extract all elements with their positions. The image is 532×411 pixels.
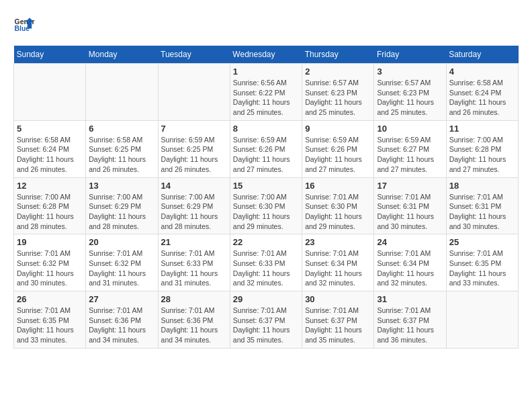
day-info: Sunrise: 7:01 AM Sunset: 6:35 PM Dayligh… bbox=[449, 248, 515, 288]
calendar-cell: 17Sunrise: 7:01 AM Sunset: 6:31 PM Dayli… bbox=[374, 177, 446, 234]
calendar-cell: 24Sunrise: 7:01 AM Sunset: 6:34 PM Dayli… bbox=[374, 234, 446, 291]
day-number: 28 bbox=[161, 294, 227, 304]
calendar-cell: 18Sunrise: 7:01 AM Sunset: 6:31 PM Dayli… bbox=[446, 177, 518, 234]
calendar-week-row: 26Sunrise: 7:01 AM Sunset: 6:35 PM Dayli… bbox=[14, 291, 519, 349]
logo: General Blue bbox=[13, 13, 35, 35]
calendar-week-row: 5Sunrise: 6:58 AM Sunset: 6:24 PM Daylig… bbox=[14, 120, 519, 177]
day-info: Sunrise: 7:01 AM Sunset: 6:37 PM Dayligh… bbox=[305, 306, 371, 345]
day-info: Sunrise: 7:00 AM Sunset: 6:28 PM Dayligh… bbox=[17, 192, 83, 232]
calendar-table: SundayMondayTuesdayWednesdayThursdayFrid… bbox=[13, 46, 519, 349]
day-number: 8 bbox=[233, 124, 299, 134]
calendar-cell: 20Sunrise: 7:01 AM Sunset: 6:32 PM Dayli… bbox=[86, 234, 158, 291]
page-header: General Blue bbox=[13, 13, 519, 35]
day-number: 10 bbox=[377, 124, 443, 134]
day-info: Sunrise: 6:59 AM Sunset: 6:27 PM Dayligh… bbox=[377, 135, 443, 175]
day-info: Sunrise: 7:00 AM Sunset: 6:28 PM Dayligh… bbox=[449, 135, 515, 175]
day-info: Sunrise: 6:59 AM Sunset: 6:26 PM Dayligh… bbox=[233, 135, 299, 175]
day-number: 24 bbox=[377, 237, 443, 247]
day-info: Sunrise: 7:01 AM Sunset: 6:31 PM Dayligh… bbox=[449, 192, 515, 232]
day-info: Sunrise: 6:56 AM Sunset: 6:22 PM Dayligh… bbox=[233, 78, 299, 118]
calendar-cell: 22Sunrise: 7:01 AM Sunset: 6:33 PM Dayli… bbox=[230, 234, 302, 291]
calendar-header-row: SundayMondayTuesdayWednesdayThursdayFrid… bbox=[14, 46, 519, 64]
day-number: 5 bbox=[17, 124, 83, 134]
day-info: Sunrise: 7:01 AM Sunset: 6:32 PM Dayligh… bbox=[17, 248, 83, 288]
day-number: 25 bbox=[449, 237, 515, 247]
calendar-cell: 12Sunrise: 7:00 AM Sunset: 6:28 PM Dayli… bbox=[14, 177, 86, 234]
calendar-cell: 9Sunrise: 6:59 AM Sunset: 6:26 PM Daylig… bbox=[302, 120, 374, 177]
calendar-cell: 6Sunrise: 6:58 AM Sunset: 6:25 PM Daylig… bbox=[86, 120, 158, 177]
day-info: Sunrise: 6:57 AM Sunset: 6:23 PM Dayligh… bbox=[377, 78, 443, 118]
day-info: Sunrise: 6:58 AM Sunset: 6:24 PM Dayligh… bbox=[449, 78, 515, 118]
calendar-header-cell: Wednesday bbox=[230, 46, 302, 64]
calendar-cell: 26Sunrise: 7:01 AM Sunset: 6:35 PM Dayli… bbox=[14, 291, 86, 349]
calendar-cell: 13Sunrise: 7:00 AM Sunset: 6:29 PM Dayli… bbox=[86, 177, 158, 234]
day-number: 7 bbox=[161, 124, 227, 134]
calendar-cell: 4Sunrise: 6:58 AM Sunset: 6:24 PM Daylig… bbox=[446, 64, 518, 121]
calendar-cell: 8Sunrise: 6:59 AM Sunset: 6:26 PM Daylig… bbox=[230, 120, 302, 177]
day-info: Sunrise: 7:01 AM Sunset: 6:36 PM Dayligh… bbox=[161, 306, 227, 345]
calendar-cell: 30Sunrise: 7:01 AM Sunset: 6:37 PM Dayli… bbox=[302, 291, 374, 349]
day-info: Sunrise: 7:01 AM Sunset: 6:31 PM Dayligh… bbox=[377, 192, 443, 232]
calendar-header-cell: Tuesday bbox=[158, 46, 230, 64]
day-number: 6 bbox=[89, 124, 154, 134]
day-number: 18 bbox=[449, 181, 515, 191]
calendar-header-cell: Thursday bbox=[302, 46, 374, 64]
day-info: Sunrise: 7:01 AM Sunset: 6:34 PM Dayligh… bbox=[305, 248, 371, 288]
calendar-cell: 28Sunrise: 7:01 AM Sunset: 6:36 PM Dayli… bbox=[158, 291, 230, 349]
day-number: 26 bbox=[17, 294, 83, 304]
day-info: Sunrise: 6:59 AM Sunset: 6:25 PM Dayligh… bbox=[161, 135, 227, 175]
calendar-cell: 27Sunrise: 7:01 AM Sunset: 6:36 PM Dayli… bbox=[86, 291, 158, 349]
day-number: 29 bbox=[233, 294, 299, 304]
calendar-cell: 15Sunrise: 7:00 AM Sunset: 6:30 PM Dayli… bbox=[230, 177, 302, 234]
day-number: 9 bbox=[305, 124, 371, 134]
calendar-cell: 21Sunrise: 7:01 AM Sunset: 6:33 PM Dayli… bbox=[158, 234, 230, 291]
calendar-cell: 31Sunrise: 7:01 AM Sunset: 6:37 PM Dayli… bbox=[374, 291, 446, 349]
day-info: Sunrise: 6:57 AM Sunset: 6:23 PM Dayligh… bbox=[305, 78, 371, 118]
calendar-cell: 19Sunrise: 7:01 AM Sunset: 6:32 PM Dayli… bbox=[14, 234, 86, 291]
day-number: 23 bbox=[305, 237, 371, 247]
day-info: Sunrise: 7:01 AM Sunset: 6:37 PM Dayligh… bbox=[377, 306, 443, 345]
calendar-cell: 16Sunrise: 7:01 AM Sunset: 6:30 PM Dayli… bbox=[302, 177, 374, 234]
calendar-header-cell: Friday bbox=[374, 46, 446, 64]
calendar-cell: 7Sunrise: 6:59 AM Sunset: 6:25 PM Daylig… bbox=[158, 120, 230, 177]
day-info: Sunrise: 7:00 AM Sunset: 6:30 PM Dayligh… bbox=[233, 192, 299, 232]
day-info: Sunrise: 7:01 AM Sunset: 6:33 PM Dayligh… bbox=[161, 248, 227, 288]
day-number: 2 bbox=[305, 66, 371, 77]
calendar-cell: 10Sunrise: 6:59 AM Sunset: 6:27 PM Dayli… bbox=[374, 120, 446, 177]
day-info: Sunrise: 7:00 AM Sunset: 6:29 PM Dayligh… bbox=[161, 192, 227, 232]
day-number: 15 bbox=[233, 181, 299, 191]
day-number: 14 bbox=[161, 181, 227, 191]
logo-icon: General Blue bbox=[13, 13, 35, 35]
day-info: Sunrise: 7:01 AM Sunset: 6:34 PM Dayligh… bbox=[377, 248, 443, 288]
day-info: Sunrise: 7:01 AM Sunset: 6:30 PM Dayligh… bbox=[305, 192, 371, 232]
day-info: Sunrise: 6:59 AM Sunset: 6:26 PM Dayligh… bbox=[305, 135, 371, 175]
calendar-cell: 1Sunrise: 6:56 AM Sunset: 6:22 PM Daylig… bbox=[230, 64, 302, 121]
calendar-cell: 29Sunrise: 7:01 AM Sunset: 6:37 PM Dayli… bbox=[230, 291, 302, 349]
day-number: 27 bbox=[89, 294, 154, 304]
day-info: Sunrise: 6:58 AM Sunset: 6:24 PM Dayligh… bbox=[17, 135, 83, 175]
calendar-week-row: 12Sunrise: 7:00 AM Sunset: 6:28 PM Dayli… bbox=[14, 177, 519, 234]
day-number: 17 bbox=[377, 181, 443, 191]
calendar-cell bbox=[86, 64, 158, 121]
day-number: 11 bbox=[449, 124, 515, 134]
day-info: Sunrise: 6:58 AM Sunset: 6:25 PM Dayligh… bbox=[89, 135, 154, 175]
calendar-cell: 5Sunrise: 6:58 AM Sunset: 6:24 PM Daylig… bbox=[14, 120, 86, 177]
calendar-cell: 14Sunrise: 7:00 AM Sunset: 6:29 PM Dayli… bbox=[158, 177, 230, 234]
calendar-header-cell: Sunday bbox=[14, 46, 86, 64]
day-number: 16 bbox=[305, 181, 371, 191]
calendar-cell: 25Sunrise: 7:01 AM Sunset: 6:35 PM Dayli… bbox=[446, 234, 518, 291]
calendar-cell: 2Sunrise: 6:57 AM Sunset: 6:23 PM Daylig… bbox=[302, 64, 374, 121]
day-number: 31 bbox=[377, 294, 443, 304]
day-number: 3 bbox=[377, 66, 443, 77]
calendar-cell: 3Sunrise: 6:57 AM Sunset: 6:23 PM Daylig… bbox=[374, 64, 446, 121]
day-number: 12 bbox=[17, 181, 83, 191]
day-info: Sunrise: 7:01 AM Sunset: 6:33 PM Dayligh… bbox=[233, 248, 299, 288]
day-number: 22 bbox=[233, 237, 299, 247]
day-info: Sunrise: 7:01 AM Sunset: 6:37 PM Dayligh… bbox=[233, 306, 299, 345]
calendar-cell: 23Sunrise: 7:01 AM Sunset: 6:34 PM Dayli… bbox=[302, 234, 374, 291]
calendar-week-row: 19Sunrise: 7:01 AM Sunset: 6:32 PM Dayli… bbox=[14, 234, 519, 291]
day-number: 13 bbox=[89, 181, 154, 191]
calendar-header-cell: Saturday bbox=[446, 46, 518, 64]
calendar-cell bbox=[14, 64, 86, 121]
calendar-cell: 11Sunrise: 7:00 AM Sunset: 6:28 PM Dayli… bbox=[446, 120, 518, 177]
